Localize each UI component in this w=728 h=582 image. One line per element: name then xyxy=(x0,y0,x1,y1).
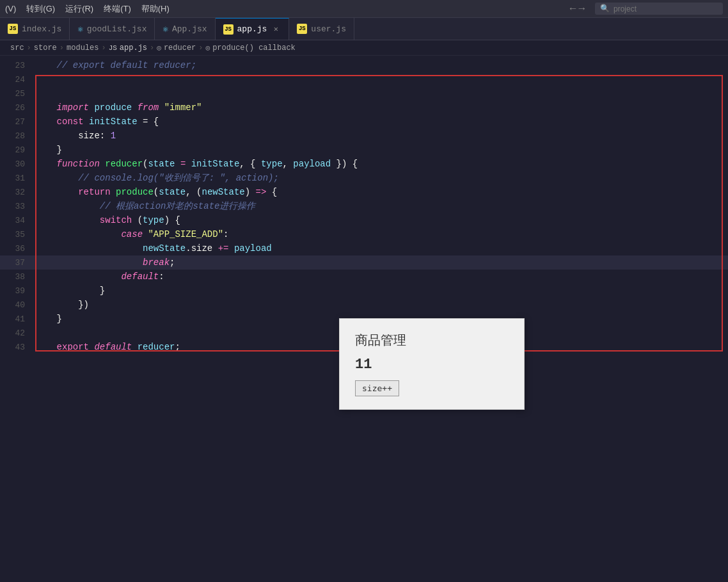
editor-area: 23 // export default reducer; 24 25 26 i… xyxy=(0,56,728,582)
line-number: 31 xyxy=(0,172,35,186)
js-bc-icon: JS xyxy=(109,44,117,52)
line-number: 37 xyxy=(0,256,35,270)
line-content: newState.size += payload xyxy=(35,241,272,255)
line-number: 41 xyxy=(0,312,35,327)
tab-user-js[interactable]: JS user.js xyxy=(289,18,354,40)
line-number: 43 xyxy=(0,341,35,355)
menu-bar: (V) 转到(G) 运行(R) 终端(T) 帮助(H) ← → 🔍 xyxy=(0,0,728,18)
line-content: // export default reducer; xyxy=(35,58,196,72)
popup-window: 商品管理 11 size++ xyxy=(339,318,525,410)
line-content: // 根据action对老的state进行操作 xyxy=(35,199,255,213)
tab-index-js[interactable]: JS index.js xyxy=(0,18,70,40)
line-number: 28 xyxy=(0,129,35,143)
line-number: 38 xyxy=(0,270,35,284)
code-line: 24 xyxy=(0,72,728,86)
popup-title: 商品管理 xyxy=(355,332,509,349)
bc-sep: › xyxy=(27,44,31,53)
js-icon: JS xyxy=(223,24,233,35)
code-line: 39 } xyxy=(0,284,728,298)
line-content: } xyxy=(35,312,62,326)
search-box[interactable]: 🔍 xyxy=(595,3,723,15)
line-number: 35 xyxy=(0,228,35,242)
code-line: 29 } xyxy=(0,143,728,157)
code-line: 27 const initState = { xyxy=(0,115,728,129)
line-content: return produce(state, (newState) => { xyxy=(35,185,277,199)
bc-src[interactable]: src xyxy=(10,44,24,53)
line-number: 29 xyxy=(0,143,35,158)
line-number: 34 xyxy=(0,214,35,228)
tab-label: app.js xyxy=(237,24,267,34)
code-line: 35 case "APP_SIZE_ADD": xyxy=(0,227,728,241)
line-content: case "APP_SIZE_ADD": xyxy=(35,227,228,241)
nav-arrows: ← → xyxy=(570,3,585,15)
tab-label: index.js xyxy=(22,24,61,34)
line-number: 36 xyxy=(0,242,35,256)
line-content: } xyxy=(35,284,105,298)
fn-bc-icon: ◎ xyxy=(157,44,161,52)
line-content: import produce from "immer" xyxy=(35,101,202,115)
line-content: // console.log("收到信号了: ", action); xyxy=(35,171,279,185)
line-content: export default reducer; xyxy=(35,340,180,354)
line-number: 24 xyxy=(0,73,35,87)
bc-sep: › xyxy=(59,44,64,53)
code-line: 36 newState.size += payload xyxy=(0,241,728,255)
js-icon: JS xyxy=(297,24,307,34)
line-content: }) xyxy=(35,298,89,312)
code-container: 23 // export default reducer; 24 25 26 i… xyxy=(0,56,728,357)
code-line: 28 size: 1 xyxy=(0,129,728,143)
code-line: 23 // export default reducer; xyxy=(0,58,728,72)
search-icon: 🔍 xyxy=(600,4,610,13)
search-input[interactable] xyxy=(613,4,703,13)
menu-item-v[interactable]: (V) xyxy=(5,4,16,13)
menu-item-terminal[interactable]: 终端(T) xyxy=(104,3,131,15)
bc-store[interactable]: store xyxy=(34,44,57,53)
react-icon: ⚛ xyxy=(162,24,168,35)
popup-value: 11 xyxy=(355,357,509,373)
menu-item-help[interactable]: 帮助(H) xyxy=(141,3,170,15)
code-line: 31 // console.log("收到信号了: ", action); xyxy=(0,171,728,185)
line-number: 27 xyxy=(0,115,35,129)
line-content: const initState = { xyxy=(35,115,159,129)
bc-appjs[interactable]: JS app.js xyxy=(109,44,147,53)
tab-label: App.jsx xyxy=(172,24,207,34)
tab-label: user.js xyxy=(311,24,346,34)
menu-item-goto[interactable]: 转到(G) xyxy=(26,3,55,15)
line-content: default: xyxy=(35,270,164,284)
line-content xyxy=(35,86,40,101)
line-content: break; xyxy=(35,255,175,270)
line-content xyxy=(35,72,40,86)
react-icon: ⚛ xyxy=(77,24,83,35)
back-arrow[interactable]: ← xyxy=(570,3,576,15)
code-line: 32 return produce(state, (newState) => { xyxy=(0,185,728,199)
code-line: 40 }) xyxy=(0,298,728,312)
line-content xyxy=(35,326,40,340)
forward-arrow[interactable]: → xyxy=(578,3,585,15)
bc-reducer[interactable]: ◎ reducer xyxy=(157,44,196,53)
size-plus-plus-button[interactable]: size++ xyxy=(355,380,399,396)
tab-goodlist-jsx[interactable]: ⚛ goodList.jsx xyxy=(70,18,155,40)
code-line: 30 function reducer(state = initState, {… xyxy=(0,157,728,171)
line-number: 26 xyxy=(0,101,35,115)
tab-app-js[interactable]: JS app.js ✕ xyxy=(216,18,290,40)
tab-close-button[interactable]: ✕ xyxy=(271,24,281,35)
bc-produce-callback[interactable]: ◎ produce() callback xyxy=(206,44,296,53)
menu-item-run[interactable]: 运行(R) xyxy=(65,3,93,15)
tab-app-jsx[interactable]: ⚛ App.jsx xyxy=(155,18,215,40)
line-number: 23 xyxy=(0,59,35,73)
code-line: 25 xyxy=(0,86,728,101)
code-line: 33 // 根据action对老的state进行操作 xyxy=(0,199,728,213)
line-number: 30 xyxy=(0,158,35,172)
fn-bc-icon2: ◎ xyxy=(206,44,210,52)
line-number: 33 xyxy=(0,200,35,214)
line-number: 39 xyxy=(0,284,35,298)
tab-label: goodList.jsx xyxy=(87,24,147,34)
js-icon: JS xyxy=(8,24,18,34)
line-number: 25 xyxy=(0,87,35,101)
bc-sep: › xyxy=(150,44,154,53)
bc-sep: › xyxy=(198,44,203,53)
bc-modules[interactable]: modules xyxy=(67,44,99,53)
line-number: 40 xyxy=(0,298,35,312)
line-number: 42 xyxy=(0,327,35,341)
bc-sep: › xyxy=(101,44,106,53)
code-line: 34 switch (type) { xyxy=(0,213,728,227)
